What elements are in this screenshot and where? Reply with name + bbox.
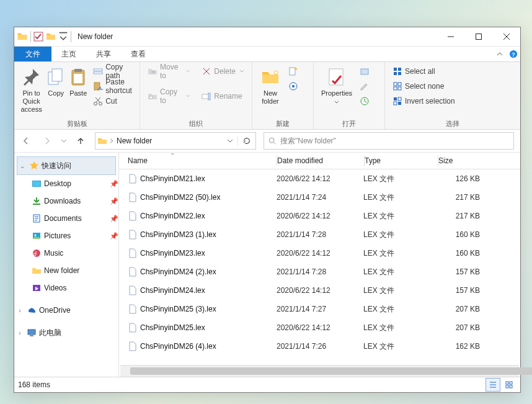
column-name[interactable]: Name: [128, 156, 277, 165]
select-all-button[interactable]: Select all: [390, 65, 458, 78]
tree-videos[interactable]: Videos: [14, 279, 118, 297]
content-area: ⌄ 快速访问 Desktop📌 Downloads📌 Documents📌 Pi…: [14, 153, 520, 377]
qat-dropdown-icon[interactable]: [58, 32, 68, 42]
file-row[interactable]: ChsPinyinDM25.lex2020/6/22 14:12LEX 文件20…: [119, 318, 520, 337]
group-clipboard: Pin to Quick access Copy Paste Copy path…: [14, 62, 140, 129]
navigation-pane[interactable]: ⌄ 快速访问 Desktop📌 Downloads📌 Documents📌 Pi…: [14, 153, 119, 377]
tree-music[interactable]: Music: [14, 245, 118, 262]
tree-this-pc[interactable]: ›此电脑: [14, 324, 118, 341]
tab-file[interactable]: 文件: [14, 47, 51, 61]
group-select-label: 选择: [390, 119, 515, 129]
maximize-button[interactable]: [464, 28, 492, 45]
status-bar: 168 items: [14, 377, 520, 392]
close-button[interactable]: [492, 28, 520, 45]
new-folder-button[interactable]: New folder: [257, 65, 283, 105]
svg-rect-7: [74, 69, 82, 72]
address-folder-icon: [95, 136, 109, 146]
file-icon: [128, 341, 138, 351]
file-row[interactable]: ChsPinyinDM21.lex2020/6/22 14:12LEX 文件12…: [119, 169, 520, 188]
pin-to-quick-access-button[interactable]: Pin to Quick access: [19, 65, 43, 114]
file-type: LEX 文件: [363, 304, 437, 315]
file-rows[interactable]: ChsPinyinDM21.lex2020/6/22 14:12LEX 文件12…: [119, 169, 520, 365]
file-row[interactable]: ChsPinyinDM23 (1).lex2021/1/14 7:28LEX 文…: [119, 225, 520, 244]
up-button[interactable]: [71, 132, 90, 150]
file-row[interactable]: ChsPinyinDM22 (50).lex2021/1/14 7:24LEX …: [119, 188, 520, 207]
copy-to-button[interactable]: Copy to: [145, 89, 193, 103]
group-new: New folder 新建: [252, 62, 314, 129]
tree-new-folder[interactable]: New folder: [14, 262, 118, 279]
file-row[interactable]: ChsPinyinDM24.lex2020/6/22 14:12LEX 文件15…: [119, 281, 520, 300]
paste-button[interactable]: Paste: [68, 65, 88, 97]
quick-access-toolbar: [17, 31, 71, 42]
rename-button[interactable]: Rename: [199, 89, 247, 103]
svg-rect-30: [398, 83, 401, 86]
tree-desktop[interactable]: Desktop📌: [14, 175, 118, 192]
help-button[interactable]: ?: [507, 47, 520, 61]
copy-button[interactable]: Copy: [46, 65, 66, 97]
move-to-button[interactable]: Move to: [145, 65, 193, 78]
select-none-button[interactable]: Select none: [390, 79, 458, 93]
file-icon: [128, 304, 138, 314]
window-title: New folder: [78, 32, 113, 41]
tab-view[interactable]: 查看: [121, 47, 156, 61]
tab-home[interactable]: 主页: [51, 47, 86, 61]
tree-downloads[interactable]: Downloads📌: [14, 192, 118, 210]
this-pc-icon: [27, 328, 37, 338]
copy-path-button[interactable]: Copy path: [91, 65, 135, 78]
properties-button[interactable]: Properties: [319, 65, 355, 105]
history-button[interactable]: [357, 94, 372, 108]
horizontal-scrollbar[interactable]: [120, 365, 519, 377]
search-placeholder: 搜索"New folder": [280, 136, 336, 146]
scrollbar-thumb[interactable]: [130, 367, 532, 375]
svg-rect-34: [398, 97, 401, 101]
qat-checkbox-icon[interactable]: [33, 32, 43, 42]
delete-button[interactable]: Delete: [199, 65, 247, 78]
group-select: Select all Select none Invert selection …: [385, 62, 520, 129]
tree-documents[interactable]: Documents📌: [14, 210, 118, 227]
svg-rect-32: [398, 87, 401, 90]
svg-rect-25: [394, 68, 397, 71]
file-size: 126 KB: [437, 174, 480, 183]
open-button[interactable]: [357, 65, 372, 78]
sort-indicator-icon: ⌃: [170, 152, 175, 159]
tab-share[interactable]: 共享: [86, 47, 121, 61]
explorer-window: New folder 文件 主页 共享 查看 ? Pin to Quick ac…: [14, 27, 521, 393]
address-dropdown[interactable]: [223, 138, 237, 144]
file-row[interactable]: ChsPinyinDM26 (4).lex2021/1/14 7:26LEX 文…: [119, 337, 520, 356]
back-button[interactable]: [17, 132, 35, 150]
minimize-button[interactable]: [437, 28, 464, 45]
refresh-button[interactable]: [237, 137, 255, 145]
svg-rect-47: [506, 382, 508, 384]
tree-pictures[interactable]: Pictures📌: [14, 227, 118, 245]
easy-access-button[interactable]: [286, 79, 301, 93]
tree-onedrive[interactable]: ›OneDrive: [14, 302, 118, 319]
address-bar[interactable]: New folder: [95, 132, 256, 150]
file-row[interactable]: ChsPinyinDM23.lex2020/6/22 14:12LEX 文件16…: [119, 244, 520, 263]
file-row[interactable]: ChsPinyinDM22.lex2020/6/22 14:12LEX 文件21…: [119, 207, 520, 225]
svg-point-37: [269, 138, 274, 143]
file-name: ChsPinyinDM22.lex: [140, 212, 205, 220]
column-date[interactable]: Date modified: [277, 156, 364, 165]
thumbnails-view-button[interactable]: [502, 378, 516, 392]
file-name: ChsPinyinDM24 (2).lex: [140, 267, 216, 276]
navigation-bar: New folder 搜索"New folder": [14, 130, 520, 153]
collapse-ribbon-button[interactable]: [493, 47, 507, 61]
column-size[interactable]: Size: [438, 156, 482, 165]
new-item-button[interactable]: [286, 65, 301, 78]
svg-rect-39: [33, 181, 40, 186]
details-view-button[interactable]: [485, 378, 500, 392]
cut-button[interactable]: Cut: [91, 94, 135, 108]
delete-icon: [202, 66, 211, 76]
paste-shortcut-button[interactable]: Paste shortcut: [91, 79, 135, 93]
forward-button[interactable]: [38, 132, 56, 150]
edit-button[interactable]: [357, 79, 372, 93]
file-name: ChsPinyinDM22 (50).lex: [140, 193, 220, 202]
tree-quick-access[interactable]: ⌄ 快速访问: [17, 156, 116, 175]
search-box[interactable]: 搜索"New folder": [264, 132, 514, 150]
file-row[interactable]: ChsPinyinDM25 (3).lex2021/1/14 7:27LEX 文…: [119, 300, 520, 318]
column-type[interactable]: Type: [365, 156, 438, 165]
recent-locations-button[interactable]: [59, 132, 69, 150]
qat-folder-icon[interactable]: [46, 32, 56, 42]
invert-selection-button[interactable]: Invert selection: [390, 94, 458, 108]
file-row[interactable]: ChsPinyinDM24 (2).lex2021/1/14 7:28LEX 文…: [119, 263, 520, 281]
